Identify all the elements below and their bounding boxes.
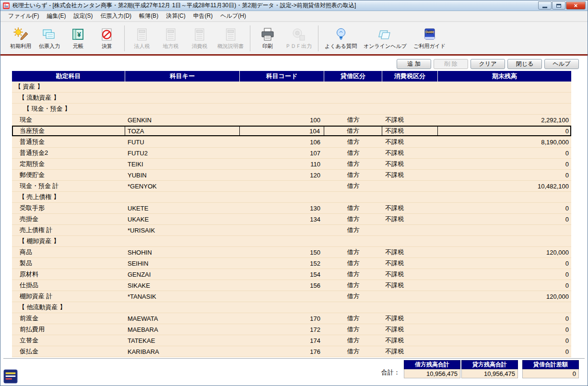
toolbar-button-voucher-entry[interactable]: 伝票入力	[35, 24, 64, 53]
title-bar[interactable]: 税理士いらず - [株式会社カンタン商事・第2期(平成27年12月 1日～平成2…	[0, 0, 588, 11]
account-name-cell: 定期預金	[12, 159, 125, 169]
account-row[interactable]: 立替金TATEKAE174借方不課税0	[12, 335, 571, 346]
toolbar-label-user-guide: ご利用ガイド	[413, 43, 446, 50]
account-row[interactable]: 原材料GENZAI154借方不課税0	[12, 269, 571, 280]
menu-item-settings[interactable]: 設定(S)	[70, 11, 96, 22]
account-row[interactable]: 仮払金KARIBARA176借方不課税0	[12, 346, 571, 357]
subtotal-row[interactable]: 現金・預金 計*GENYOK借方10,482,100	[12, 181, 571, 192]
balance-cell	[438, 93, 571, 103]
account-code-cell: 176	[240, 346, 324, 357]
toolbar-button-online-help[interactable]: オンラインヘルプ	[360, 24, 410, 53]
menu-item-help[interactable]: ヘルプ(H)	[216, 11, 250, 22]
account-row[interactable]: 現金GENKIN100借方不課税2,292,100	[12, 115, 571, 126]
tax-class-cell: 不課税	[382, 214, 438, 224]
menu-item-books[interactable]: 帳簿(B)	[135, 11, 162, 22]
toolbar-label-voucher-entry: 伝票入力	[39, 43, 60, 50]
column-header-ending-balance: 期末残高	[438, 71, 571, 82]
account-row[interactable]: 定期預金TEIKI110借方不課税0	[12, 159, 571, 170]
tax-class-cell: 不課税	[382, 137, 438, 147]
account-row[interactable]: 仕掛品SIKAKE156借方不課税0	[12, 280, 571, 291]
account-row[interactable]: 郵便貯金YUBIN120借方不課税0	[12, 170, 571, 181]
consumption-tax-icon	[192, 27, 207, 42]
pdf-output-icon	[291, 27, 306, 42]
faq-icon	[333, 27, 349, 42]
account-row[interactable]: 当座預金TOZA104借方不課税0	[12, 126, 571, 137]
section-row[interactable]: 【 流動資産 】	[12, 93, 571, 104]
menu-item-edit[interactable]: 編集(E)	[43, 11, 70, 22]
account-code-cell: 130	[240, 203, 324, 213]
section-row[interactable]: 【 現金・預金 】	[12, 104, 571, 115]
account-code-cell: 100	[240, 115, 324, 125]
account-key-cell	[125, 302, 240, 313]
account-row[interactable]: 受取手形UKETE130借方不課税0	[12, 203, 571, 214]
menu-item-settlement[interactable]: 決算(C)	[162, 11, 189, 22]
account-key-cell: MAEBARA	[125, 324, 240, 335]
account-row[interactable]: 売掛金UKAKE134借方不課税0	[12, 214, 571, 225]
add-button[interactable]: 追 加	[397, 59, 431, 69]
debit-credit-cell: 借方	[324, 258, 382, 269]
close-button[interactable]: 閉じる	[507, 59, 542, 69]
account-name-cell: 現金・預金 計	[12, 181, 125, 191]
tax-class-cell	[382, 291, 438, 302]
balance-cell: 10,482,100	[438, 181, 571, 191]
account-name-cell: 【 現金・預金 】	[12, 104, 125, 114]
account-key-cell: SIKAKE	[125, 280, 240, 291]
toolbar-button-user-guide[interactable]: Guideご利用ガイド	[410, 24, 449, 53]
toolbar-button-faq[interactable]: よくある質問	[321, 24, 360, 53]
tax-class-cell: 不課税	[382, 280, 438, 291]
menu-item-tax-return[interactable]: 申告(R)	[189, 11, 217, 22]
close-icon: ×	[574, 2, 578, 9]
minimize-button[interactable]	[538, 1, 552, 10]
tax-class-cell	[382, 82, 438, 92]
clear-button[interactable]: クリア	[470, 59, 505, 69]
svg-text:Guide: Guide	[425, 30, 434, 34]
debit-credit-cell: 借方	[324, 280, 382, 291]
menu-item-file[interactable]: ファイル(F)	[4, 11, 43, 22]
totals-area: 合計： 借方残高合計10,956,475貸方残高合計10,956,475貸借合計…	[381, 360, 579, 378]
account-row[interactable]: 前渡金MAEWATA170借方不課税0	[12, 313, 571, 324]
account-key-cell: UKAKE	[125, 214, 240, 224]
account-row[interactable]: 普通預金2FUTU2107借方不課税0	[12, 148, 571, 159]
debit-credit-cell: 借方	[324, 346, 382, 357]
balance-cell: 0	[438, 269, 571, 280]
maximize-button[interactable]	[552, 1, 565, 10]
account-key-cell	[125, 236, 240, 246]
maximize-icon	[556, 4, 561, 8]
toolbar-button-print[interactable]: 印刷	[253, 24, 282, 53]
account-name-cell: 普通預金2	[12, 148, 125, 158]
tax-class-cell	[382, 236, 438, 246]
credit-balance-total-value: 10,956,475	[461, 369, 518, 378]
app-icon	[2, 2, 10, 10]
account-name-cell: 棚卸資産 計	[12, 291, 125, 302]
section-row[interactable]: 【 他流動資産 】	[12, 302, 571, 313]
account-row[interactable]: 商品SHOHIN150借方不課税120,000	[12, 247, 571, 258]
account-name-cell: 製品	[12, 258, 125, 269]
toolbar-button-ledger[interactable]: ¥元帳	[64, 24, 93, 53]
account-name-cell: 普通預金	[12, 137, 125, 147]
app-logo-icon	[3, 369, 18, 384]
account-code-cell: 174	[240, 335, 324, 346]
account-row[interactable]: 普通預金FUTU106借方不課税8,190,000	[12, 137, 571, 148]
toolbar-label-faq: よくある質問	[325, 43, 357, 50]
close-button[interactable]: ×	[566, 1, 586, 10]
help-button[interactable]: ヘルプ	[544, 59, 579, 69]
tax-class-cell	[382, 104, 438, 114]
account-key-cell: GENKIN	[125, 115, 240, 125]
account-row[interactable]: 製品SEIHIN152借方不課税0	[12, 258, 571, 269]
account-key-cell: FUTU	[125, 137, 240, 147]
debit-credit-cell	[324, 82, 382, 92]
toolbar-button-settlement[interactable]: 決算	[93, 24, 121, 53]
menu-item-voucher-entry[interactable]: 伝票入力(D)	[96, 11, 135, 22]
toolbar-button-initial-use[interactable]: 初期利用	[6, 24, 35, 53]
account-key-cell	[125, 93, 240, 103]
section-row[interactable]: 【 資産 】	[12, 82, 571, 93]
account-row[interactable]: 前払費用MAEBARA172借方不課税0	[12, 324, 571, 335]
subtotal-row[interactable]: 棚卸資産 計*TANASIK借方120,000	[12, 291, 571, 302]
svg-text:¥: ¥	[77, 31, 81, 38]
tax-class-cell	[382, 93, 438, 103]
account-key-cell: TEIKI	[125, 159, 240, 169]
debit-credit-cell: 借方	[324, 225, 382, 235]
section-row[interactable]: 【 売上債権 】	[12, 192, 571, 203]
subtotal-row[interactable]: 売上債権 計*URISAIK借方	[12, 225, 571, 236]
section-row[interactable]: 【 棚卸資産 】	[12, 236, 571, 247]
